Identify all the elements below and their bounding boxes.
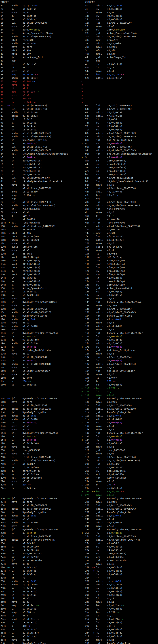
asm-line-target: 2c0: lw t8,0x18(sp)	[0, 621, 81, 624]
diff-marker	[81, 159, 85, 162]
asm-row: 16c: addiu a0,a0,%lo(D_06000A1C)150: add…	[0, 310, 158, 314]
asm-line-current: 1cc: addiu a1,s1,0x810	[85, 418, 158, 421]
asm-line-current: 40: mfc1 a3,$f0	[85, 52, 158, 56]
asm-line-current: 1f4: move a2,v0	[85, 452, 158, 455]
asm-line-current: 204: sw t3,0x130(s0)	[85, 466, 158, 469]
diff-marker	[81, 66, 85, 69]
asm-row: 184: jal DynaPolyInfo_RegisterActor168: …	[0, 331, 158, 335]
asm-line-current: 270: jal Actor_SetScale	[85, 559, 158, 562]
asm-line-target: b4: jal SkelAnime_ChangeAnimDefaultRepea…	[0, 152, 81, 156]
diff-marker	[81, 431, 85, 435]
asm-line-target: f4: jal func_80A87800	[0, 207, 81, 210]
asm-line-current	[85, 80, 158, 83]
asm-line-current: 68: addiu t6,s0,0x1a8	[85, 111, 158, 114]
asm-row: 190: addiu a1,s0,0x2b0174: addiu a1,s0,0…	[0, 342, 158, 345]
diff-marker	[81, 366, 85, 369]
asm-line-target: 17c: addiu a1,s1,0x810	[0, 324, 81, 328]
asm-line-current: 124: swc1 $f16,0x18(sp)	[85, 273, 158, 276]
asm-line-target: 74: b 284 ~>	[0, 97, 81, 100]
asm-row: 11c: move a1,s0100: move a1,s0	[0, 242, 158, 245]
asm-row: 1ec: jal DynaPolyInfo_RegisterActor1dc: …	[0, 431, 158, 435]
asm-line-current: 80: addiu a3,a3,%lo(D_06001F4C)	[85, 131, 158, 135]
asm-line-current: b8: lhu t9,%lo(gSaveContext+0xeda)(t9)	[85, 180, 158, 183]
asm-line-current: a0: sh zero,0x30a(s0)	[85, 159, 158, 162]
asm-line-current: 120: sw zero,0x1c(sp)	[85, 269, 158, 273]
target-column-title: TARGET	[0, 0, 81, 4]
asm-line-current: 274: move a0,s0	[85, 562, 158, 566]
asm-row: 6c: beq v0,at,230 ~><	[0, 90, 158, 94]
asm-line-target: 254: jal DynaPolyInfo_RegisterActor	[0, 528, 81, 531]
diff-marker	[81, 607, 85, 610]
diff-marker: |	[81, 73, 85, 76]
asm-line-target: 1a4: lw a1,0x44(sp)	[0, 359, 81, 362]
asm-row: 2c8: lw ra,0x14(sp)2c0: lw ra,0x14(sp)	[0, 628, 158, 631]
asm-line-current: 24c: jal DynaPolyInfo_RegisterActor	[85, 528, 158, 531]
diff-marker	[81, 445, 85, 448]
diff-marker	[81, 235, 85, 238]
asm-line-current: c4: andi t0,t9,0x400	[85, 190, 158, 194]
diff-marker	[81, 186, 85, 190]
asm-line-current: ac: sb zero,0x310(s0)	[85, 169, 158, 173]
diff-marker	[81, 500, 85, 504]
asm-line-target: 13c: sw zero,0x1c(sp)	[0, 269, 81, 273]
asm-line-target: 180: move a2,s0	[0, 328, 81, 331]
asm-line-target: 34: addiu a0,s0,0xb4	[0, 42, 81, 45]
asm-line-target: 1b4: move a2,s0	[0, 372, 81, 376]
asm-line-current: 5c: addiu a1,s0,0x164	[85, 76, 158, 80]
diff-marker	[81, 338, 85, 342]
asm-line-target: 1cc: lui a0,%hi(D_06001830)	[0, 404, 81, 407]
asm-row: 1ac: move a0,s1190: move a0,s1	[0, 366, 158, 369]
asm-row: 1d0: addiu a0,a0,%lo(D_06001830)1c0: add…	[0, 407, 158, 410]
asm-line-current: 98: jal SkelAnime_ChangeAnimDefaultRepea…	[85, 152, 158, 156]
asm-line-current: 234: addiu a0,a0,%lo(D_0600BA8C)	[85, 507, 158, 510]
asm-line-current: 184: lui a3,%hi(D_80A88CB4)	[85, 356, 158, 359]
asm-line-target: 278: jal Actor_SetScale	[0, 559, 81, 562]
asm-row: 1a4: lw a1,0x44(sp)s188: lw a1,0x40(sp)	[0, 359, 158, 362]
asm-row: 1a0: lui a3,%hi(D_80A88CB4)184: lui a3,%…	[0, 356, 158, 359]
asm-row: 9c: addiu a3,a3,%lo(D_06001F4C)80: addiu…	[0, 131, 158, 135]
asm-line-target: 8: addiu sp,sp,-0x58	[0, 4, 81, 7]
asm-row: 2a4: li at,-129c: li at,-1	[0, 597, 158, 600]
asm-row: 7c: ~> lui a2,%hi(D_0600B9A8)60: lui a2,…	[0, 104, 158, 107]
asm-line-target: ec: lui a1,%hi(func_80A87BEC)	[0, 200, 81, 204]
asm-line-current: 218: b 27c ~>	[85, 483, 158, 486]
asm-line-current: 19c: li t2,0xff	[85, 376, 158, 380]
asm-line-target	[0, 386, 81, 390]
diff-marker	[81, 266, 85, 269]
asm-row: 64: move a0,s0<	[0, 83, 158, 86]
asm-row: 220: jal Actor_SetScale210: jal Actor_Se…	[0, 476, 158, 480]
asm-line-current: d0: lui a1,%hi(func_80A87BEC)	[85, 200, 158, 204]
asm-line-target: 114: lwc1 $f4,0x24(s0)	[0, 235, 81, 238]
asm-line-target: 268: sw v0,0x14c(s0)	[0, 545, 81, 548]
asm-line-target: 160: jal DynaPolyInfo_SetActorMove	[0, 300, 81, 304]
asm-line-current: a8: sb zero,0x30f(s0)	[85, 166, 158, 169]
diff-marker	[81, 297, 85, 300]
asm-line-current: 224: move a0,s0	[85, 493, 158, 497]
asm-line-target: 60: beqz v0,1c4 ~>	[0, 80, 81, 83]
asm-line-target: 50: li at,-1	[0, 66, 81, 69]
asm-line-target: 70: move a0,s0	[0, 94, 81, 97]
asm-line-target: 1d4: jal DynaPolyInfo_Alloc	[0, 410, 81, 414]
asm-row: 2c4: b 310 ~>2bc: b 308 ~>	[0, 624, 158, 628]
diff-marker	[81, 559, 85, 562]
asm-row: 2bc: beql v0,at,2fc ~>2b4: beql v0,at,2f…	[0, 617, 158, 621]
asm-line-current: 134: jal Actor_SpawnAsChild	[85, 286, 158, 290]
asm-line-target: 1e4: move a0,s1	[0, 424, 81, 428]
asm-row: 26c: sw t4,0x130(s0)264: sw t4,0x130(s0)	[0, 548, 158, 552]
diff-marker	[81, 314, 85, 318]
asm-line-current: cc: nop	[85, 197, 158, 200]
asm-line-target: 164: move a1,zero	[0, 304, 81, 307]
diff-marker	[81, 307, 85, 310]
asm-line-target: 2cc: ~> lw a2,0x14c(t7)	[0, 631, 81, 634]
asm-row: 198: jal Collider_InitCylinder17c: jal C…	[0, 348, 158, 352]
asm-line-target: c4: sb zero,0x30f(s0)	[0, 166, 81, 169]
asm-row: f8: move a0,s0dc: move a0,s0	[0, 210, 158, 214]
asm-line-current: 2b4: beql v0,at,2f4 ~>	[85, 617, 158, 621]
asm-row: 1f4: lw a1,0x44(sp)s1e4: lw a1,0x40(sp)	[0, 438, 158, 442]
asm-line-target: 2b0: lw t7,0x18(sp)	[0, 607, 81, 610]
diff-marker	[81, 224, 85, 228]
asm-row: 17c: addiu a1,s1,0x810160: addiu a1,s1,0…	[0, 324, 158, 328]
asm-line-target: 2ac: beq v0,at,2cc ~>	[0, 604, 81, 607]
asm-line-current: 74: sw t8,0x18(sp)	[85, 121, 158, 124]
diff-marker	[81, 214, 85, 218]
